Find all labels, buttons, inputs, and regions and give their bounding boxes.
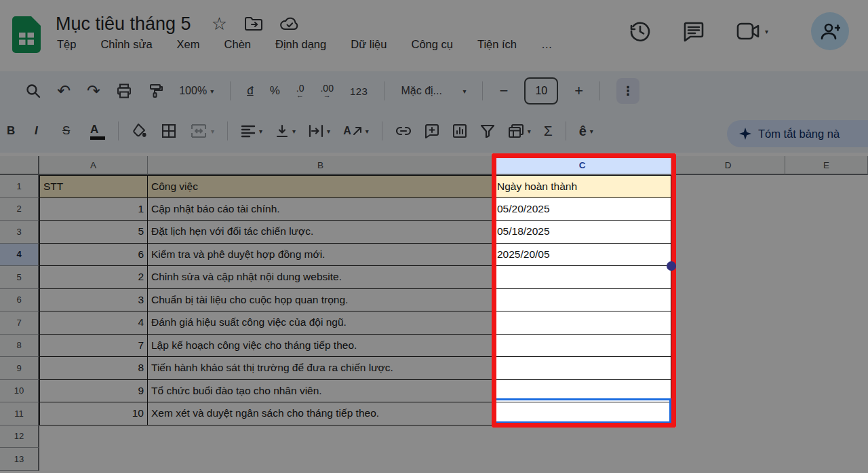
cell-A10[interactable]: 9 — [39, 380, 148, 403]
filter-icon[interactable] — [480, 124, 495, 138]
cell-C5[interactable] — [494, 266, 671, 289]
cell-C3[interactable]: 05/18/2025 — [494, 221, 671, 244]
currency-format-button[interactable]: đ — [247, 84, 253, 98]
menu-item-9[interactable]: … — [541, 38, 553, 51]
vertical-align-icon[interactable]: ▾ — [275, 124, 296, 138]
paint-format-icon[interactable] — [148, 83, 163, 98]
redo-icon[interactable]: ↷ — [87, 81, 100, 100]
row-header-1[interactable]: 1 — [0, 175, 39, 198]
font-select[interactable]: Mặc đị...▾ — [401, 85, 466, 97]
cell-C2[interactable]: 05/20/2025 — [494, 198, 671, 221]
cell-A7[interactable]: 4 — [39, 311, 148, 335]
row-header-13[interactable]: 13 — [0, 448, 39, 471]
cell-B7[interactable]: Đánh giá hiệu suất công việc của đội ngũ… — [148, 311, 494, 335]
select-all-corner[interactable] — [0, 156, 39, 175]
fill-color-icon[interactable] — [132, 123, 148, 139]
row-header-3[interactable]: 3 — [0, 221, 39, 244]
cell-B2[interactable]: Cập nhật báo cáo tài chính. — [148, 198, 494, 221]
row-header-10[interactable]: 10 — [0, 380, 39, 403]
cell-C4[interactable]: 2025/20/05 — [494, 244, 671, 267]
cell-C11[interactable] — [494, 402, 671, 425]
cell-A4[interactable]: 6 — [39, 244, 148, 267]
cell-A11[interactable]: 10 — [39, 402, 148, 425]
decrease-font-size-button[interactable]: − — [499, 82, 508, 100]
text-color-button[interactable]: A — [90, 123, 105, 140]
row-header-12[interactable]: 12 — [0, 425, 39, 449]
menu-item-4[interactable]: Chèn — [224, 38, 251, 51]
row-header-11[interactable]: 11 — [0, 402, 39, 425]
column-header-C[interactable]: C — [494, 156, 671, 175]
italic-button[interactable]: I — [35, 124, 50, 138]
cell-A3[interactable]: 5 — [39, 221, 148, 244]
row-header-4[interactable]: 4 — [0, 244, 39, 267]
cell-C10[interactable] — [494, 380, 671, 403]
increase-font-size-button[interactable]: + — [574, 82, 583, 100]
zoom-select[interactable]: 100%▾ — [179, 85, 214, 97]
cell-A1[interactable]: STT — [39, 175, 148, 198]
menu-item-1[interactable]: Tệp — [57, 38, 76, 51]
toolbar-more-button[interactable]: ⋮ — [616, 78, 639, 104]
row-header-6[interactable]: 6 — [0, 289, 39, 312]
comments-icon[interactable] — [682, 20, 705, 43]
column-header-A[interactable]: A — [39, 156, 148, 175]
meet-video-icon[interactable]: ▾ — [736, 22, 768, 41]
share-button[interactable] — [811, 12, 849, 50]
table-views-icon[interactable]: ▾ — [508, 124, 531, 138]
strikethrough-button[interactable]: S — [62, 124, 77, 138]
column-header-D[interactable]: D — [671, 156, 785, 175]
menu-item-6[interactable]: Dữ liệu — [351, 38, 387, 51]
print-icon[interactable] — [117, 83, 132, 98]
cell-C6[interactable] — [494, 289, 671, 312]
menu-item-8[interactable]: Tiện ích — [477, 38, 517, 51]
summarize-sheet-button[interactable]: Tóm tắt bảng nà — [727, 120, 868, 147]
sheets-logo[interactable] — [12, 16, 41, 53]
cell-B9[interactable]: Tiến hành khảo sát thị trường để đưa ra … — [148, 357, 494, 380]
cell-A6[interactable]: 3 — [39, 289, 148, 312]
bold-button[interactable]: B — [7, 124, 22, 138]
cell-A8[interactable]: 7 — [39, 335, 148, 358]
cell-C9[interactable] — [494, 357, 671, 380]
undo-icon[interactable]: ↶ — [57, 81, 71, 100]
star-icon[interactable]: ☆ — [212, 16, 227, 31]
row-header-2[interactable]: 2 — [0, 198, 39, 221]
menu-item-3[interactable]: Xem — [177, 38, 200, 51]
cell-C8[interactable] — [494, 335, 671, 358]
text-wrap-icon[interactable]: ▾ — [309, 124, 330, 138]
cell-C1[interactable]: Ngày hoàn thành — [494, 175, 671, 198]
menu-item-5[interactable]: Định dạng — [275, 38, 326, 51]
cell-A5[interactable]: 2 — [39, 266, 148, 289]
row-header-9[interactable]: 9 — [0, 357, 39, 380]
insert-comment-icon[interactable] — [425, 124, 439, 138]
cell-B5[interactable]: Chỉnh sửa và cập nhật nội dung website. — [148, 266, 494, 289]
column-header-B[interactable]: B — [148, 156, 494, 175]
version-history-icon[interactable] — [628, 19, 652, 43]
cell-C7[interactable] — [494, 311, 671, 335]
row-header-8[interactable]: 8 — [0, 335, 39, 358]
cell-B8[interactable]: Lập kế hoạch công việc cho tháng tiếp th… — [148, 335, 494, 358]
cell-A2[interactable]: 1 — [39, 198, 148, 221]
merge-cells-icon[interactable]: ▾ — [190, 124, 214, 138]
cell-B11[interactable]: Xem xét và duyệt ngân sách cho tháng tiế… — [148, 402, 494, 425]
menu-item-7[interactable]: Công cụ — [411, 38, 452, 51]
search-icon[interactable] — [26, 83, 41, 98]
horizontal-align-icon[interactable]: ▾ — [241, 124, 262, 138]
meet-caret-icon[interactable]: ▾ — [765, 28, 768, 35]
percent-format-button[interactable]: % — [270, 84, 280, 98]
row-header-5[interactable]: 5 — [0, 266, 39, 289]
cell-A9[interactable]: 8 — [39, 357, 148, 380]
borders-icon[interactable] — [161, 123, 177, 139]
increase-decimal-button[interactable]: .00→ — [320, 84, 333, 98]
document-title[interactable]: Mục tiêu tháng 5 — [56, 14, 191, 35]
column-header-E[interactable]: E — [785, 156, 868, 175]
row-header-7[interactable]: 7 — [0, 311, 39, 335]
input-tools-button[interactable]: ê ▾ — [579, 124, 593, 139]
font-size-input[interactable]: 10 — [524, 77, 558, 105]
cell-B3[interactable]: Đặt lịch hẹn với đối tác chiến lược. — [148, 221, 494, 244]
cell-B6[interactable]: Chuẩn bị tài liệu cho cuộc họp quan trọn… — [148, 289, 494, 312]
fill-handle[interactable] — [667, 261, 676, 271]
text-rotation-icon[interactable]: A ▾ — [343, 125, 369, 137]
cell-B1[interactable]: Công việc — [148, 175, 494, 198]
menu-item-2[interactable]: Chỉnh sửa — [100, 38, 152, 51]
cell-B4[interactable]: Kiểm tra và phê duyệt hợp đồng mới. — [148, 244, 494, 267]
move-folder-icon[interactable] — [245, 16, 262, 31]
